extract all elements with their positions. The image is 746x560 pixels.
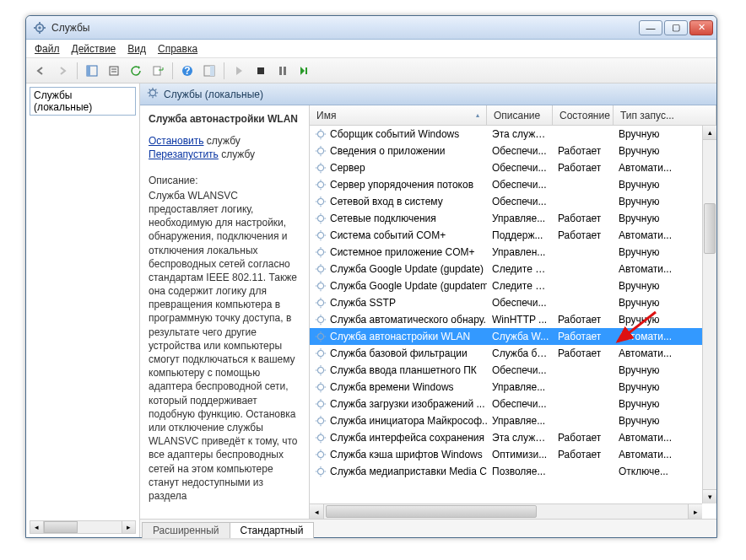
gear-icon [315,432,327,444]
minimize-button[interactable]: — [639,20,662,35]
table-row[interactable]: Служба базовой фильтрацииСлужба ба...Раб… [310,345,716,362]
tab-standard[interactable]: Стандартный [230,522,315,538]
tree-hscrollbar[interactable]: ◂ ▸ [30,520,136,534]
gear-icon [315,297,327,309]
menubar: Файл Действие Вид Справка [26,40,716,58]
table-row[interactable]: Система событий COM+Поддерж...РаботаетАв… [310,227,716,244]
service-name: Сведения о приложении [330,145,445,157]
gear-icon [315,466,327,477]
scroll-thumb[interactable] [44,521,78,533]
tab-extended[interactable]: Расширенный [142,522,230,538]
scroll-down-icon[interactable]: ▾ [703,489,716,503]
refresh-button[interactable] [127,62,145,80]
nav-fwd-button[interactable] [53,62,72,80]
scroll-thumb[interactable] [704,203,716,254]
scroll-thumb[interactable] [326,505,537,518]
table-row[interactable]: СерверОбеспечи...РаботаетАвтомати... [310,159,716,176]
table-row[interactable]: Служба Google Update (gupdatem)Следите з… [310,277,716,294]
svg-point-69 [318,267,324,272]
table-row[interactable]: Сведения о приложенииОбеспечи...Работает… [310,143,716,159]
service-name: Системное приложение COM+ [330,246,475,258]
restart-link[interactable]: Перезапустить [149,148,219,160]
titlebar[interactable]: Службы — ▢ ✕ [26,16,716,40]
table-row[interactable]: Служба времени WindowsУправляе...Вручную [310,379,716,396]
table-row[interactable]: Сервер упорядочения потоковОбеспечи...Вр… [310,176,716,193]
table-row[interactable]: Служба SSTPОбеспечи...Вручную [310,294,716,311]
pane-title: Службы (локальные) [164,89,263,100]
show-hide-tree-button[interactable] [83,62,101,80]
export-button[interactable] [149,62,167,80]
maximize-button[interactable]: ▢ [664,20,688,35]
table-row[interactable]: Служба автонастройки WLANСлужба W...Рабо… [310,328,716,345]
table-row[interactable]: Служба ввода планшетного ПКОбеспечи...Вр… [310,362,716,379]
service-name: Служба времени Windows [330,381,454,393]
stop-service-button[interactable] [251,62,270,80]
svg-rect-18 [284,67,286,75]
svg-point-59 [318,233,324,239]
service-name: Система событий COM+ [330,229,446,241]
table-row[interactable]: Служба автоматического обнару...WinHTTP … [310,311,716,328]
menu-help[interactable]: Справка [158,43,197,55]
nav-back-button[interactable] [31,62,50,80]
scroll-right-icon[interactable]: ▸ [688,504,702,519]
pause-service-button[interactable] [273,62,292,80]
help-button[interactable]: ? [178,62,197,80]
table-row[interactable]: Служба загрузки изображений ...Обеспечи.… [310,396,716,412]
start-service-button[interactable] [230,62,248,80]
col-startup[interactable]: Тип запус... [614,105,716,125]
service-startup: Вручную [614,246,716,258]
svg-point-114 [318,418,324,424]
svg-rect-15 [210,66,214,76]
table-row[interactable]: Служба Google Update (gupdate)Следите за… [310,261,716,277]
gear-icon [315,331,327,342]
toggle-details-button[interactable] [200,62,219,80]
col-desc[interactable]: Описание [487,105,553,125]
list-hscrollbar[interactable]: ◂ ▸ [310,503,702,519]
scroll-left-icon[interactable]: ◂ [310,504,324,519]
service-name: Служба SSTP [330,297,396,309]
service-state: Работает [553,229,614,241]
scroll-right-icon[interactable]: ▸ [122,521,135,533]
restart-service-line: Перезапустить службу [149,148,300,161]
tree-root-item[interactable]: Службы (локальные) [30,87,136,116]
service-startup: Автомати... [614,263,716,275]
table-row[interactable]: Сетевые подключенияУправляе...РаботаетВр… [310,210,716,227]
table-row[interactable]: Сборщик событий WindowsЭта служб...Вручн… [310,126,716,143]
stop-link[interactable]: Остановить [149,135,204,147]
service-name: Служба базовой фильтрации [330,347,468,359]
service-startup: Вручную [614,145,716,157]
toolbar: ? [26,58,716,83]
svg-point-84 [318,317,324,323]
col-state[interactable]: Состояние [553,105,614,125]
table-row[interactable]: Сетевой вход в системуОбеспечи...Вручную [310,193,716,210]
gear-icon [315,280,327,292]
menu-view[interactable]: Вид [127,43,146,55]
col-name[interactable]: Имя▴ [310,105,487,125]
scroll-left-icon[interactable]: ◂ [30,521,44,533]
svg-point-109 [318,401,324,407]
service-desc: Обеспечи... [487,145,553,157]
table-row[interactable]: Служба интерфейса сохранения ...Эта служ… [310,429,716,446]
table-row[interactable]: Служба инициатора Майкрософ...Управляе..… [310,412,716,429]
scroll-up-icon[interactable]: ▴ [703,126,716,140]
service-list: Имя▴ Описание Состояние Тип запус... Сбо… [309,105,716,519]
table-row[interactable]: Служба медиаприставки Media C...Позволяе… [310,463,716,480]
service-state: Работает [553,449,614,460]
table-row[interactable]: Системное приложение COM+Управлен...Вруч… [310,244,716,261]
details-pane: Служба автонастройки WLAN Остановить слу… [140,105,309,519]
service-startup: Вручную [614,213,716,224]
properties-button[interactable] [105,62,123,80]
service-state: Работает [553,162,614,174]
table-row[interactable]: Служба кэша шрифтов WindowsОптимизи...Ра… [310,446,716,463]
menu-file[interactable]: Файл [35,43,60,55]
restart-service-button[interactable] [295,62,314,80]
svg-point-94 [318,351,324,357]
list-vscrollbar[interactable]: ▴ ▾ [702,126,716,503]
svg-line-25 [149,89,150,90]
gear-icon [315,347,327,359]
close-button[interactable]: ✕ [689,20,713,35]
svg-line-26 [155,95,156,96]
menu-action[interactable]: Действие [72,43,116,55]
svg-rect-16 [257,67,264,74]
service-name: Сетевой вход в систему [330,196,443,207]
